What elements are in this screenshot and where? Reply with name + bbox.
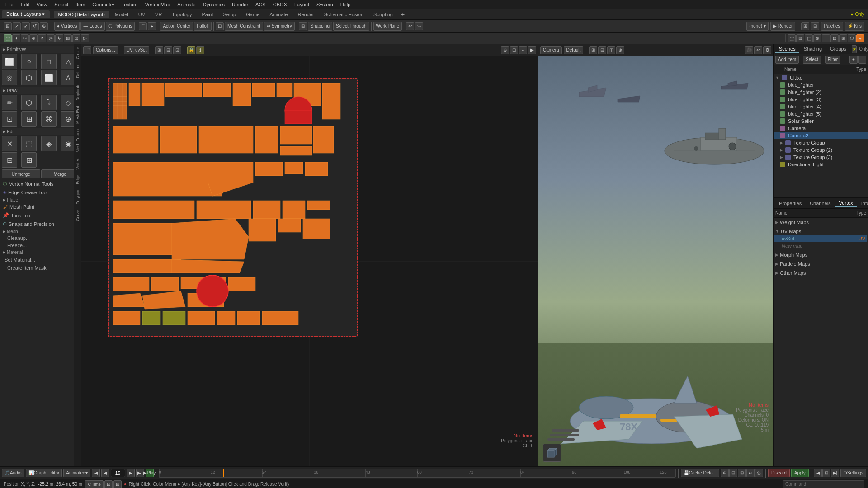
edit-split[interactable]: ⊞ [21, 152, 37, 168]
uv-icon-1[interactable]: ⬚ [83, 46, 91, 54]
audio-btn[interactable]: 🎵 Audio [2, 469, 24, 477]
particle-maps-header[interactable]: ▶ Particle Maps [774, 260, 867, 267]
scene-item-fighter-1[interactable]: blue_fighter [774, 81, 868, 89]
prim-cylinder[interactable]: ⊓ [41, 54, 57, 69]
scene-item-texture-group-2[interactable]: ▶ Texture Group (2) [774, 146, 868, 154]
tab-modo-beta[interactable]: MODO (Beta Layout) [54, 11, 109, 18]
render-icon-1[interactable]: ⊞ [801, 22, 809, 30]
vp-btn-7[interactable]: ⚙ [763, 46, 771, 54]
tab-topology[interactable]: Topology [167, 11, 196, 18]
tool2-8[interactable]: ⊞ [64, 34, 72, 42]
create-item-mask-btn[interactable]: Create Item Mask [1, 264, 80, 272]
toolbar-vertices[interactable]: ● Vertices [54, 22, 80, 31]
next-frame-btn[interactable]: ▶ [127, 469, 135, 477]
mode-icon-1[interactable]: ⬚ [139, 22, 147, 30]
toolbar-action-center[interactable]: Action Center [160, 22, 193, 31]
nav-cube[interactable] [543, 444, 561, 462]
scene-icon-1[interactable]: + [849, 56, 858, 64]
prim-capsule[interactable]: ⬜ [41, 70, 57, 85]
prev-frame-btn[interactable]: ◀ [101, 469, 109, 477]
edit-join[interactable]: ⊟ [2, 152, 17, 168]
menu-cbox[interactable]: CBOX [269, 1, 291, 8]
scenes-tab-groups[interactable]: Groups [826, 46, 850, 53]
menu-select[interactable]: Select [51, 1, 72, 8]
tab-default-layouts[interactable]: Default Layouts ▾ [2, 10, 50, 18]
uv-zoom-2[interactable]: ⊡ [510, 46, 518, 54]
scene-icon-2[interactable]: - [858, 56, 866, 64]
pb-icon-3[interactable]: ▶| [831, 469, 839, 477]
prim-disc[interactable]: ⬡ [21, 70, 37, 85]
menu-file[interactable]: File [2, 1, 17, 8]
toolbar-icon-1[interactable]: ⊞ [4, 22, 12, 30]
vtab-vertex[interactable]: Vertex [75, 155, 81, 173]
tool2-5[interactable]: ↺ [38, 34, 46, 42]
time-marker[interactable] [223, 469, 224, 477]
freeze-btn[interactable]: Freeze... [1, 242, 80, 249]
animated-btn[interactable]: Animated ▾ [63, 469, 90, 477]
camera-btn[interactable]: Camera [540, 46, 562, 54]
snaps-precision-tool[interactable]: ⊕ Snaps and Precision [1, 220, 80, 228]
vp-btn-4[interactable]: ⊕ [616, 46, 624, 54]
draw-2[interactable]: ⊡ [2, 111, 17, 127]
menu-vertex-map[interactable]: Vertex Map [142, 1, 174, 8]
toolbar-edges[interactable]: — Edges [80, 22, 104, 31]
status-icon-2[interactable]: ⊞ [113, 480, 122, 488]
tab-animate[interactable]: Animate [265, 11, 292, 18]
scenes-tab-scenes[interactable]: Scenes [775, 46, 799, 53]
scenes-tab-shading[interactable]: Shading [800, 46, 826, 53]
pb-icon-2[interactable]: ⊟ [822, 469, 830, 477]
vp-btn-3[interactable]: ◫ [607, 46, 615, 54]
menu-help[interactable]: Help [337, 1, 354, 8]
right-tool-1[interactable]: ⬚ [788, 34, 796, 42]
tab-uv[interactable]: UV [134, 11, 150, 18]
scene-item-fighter-5[interactable]: blue_fighter (5) [774, 110, 868, 117]
scene-item-solar-sailer[interactable]: Solar Sailer [774, 117, 868, 125]
tool2-4[interactable]: ⊕ [29, 34, 38, 42]
uv-viewport[interactable]: 12 0.5 1002 1011 1012 1002 [81, 56, 538, 466]
tack-tool[interactable]: 📌 Tack Tool [1, 211, 80, 220]
add-item-btn[interactable]: Add Item [775, 56, 799, 64]
pb-icon-1[interactable]: |◀ [814, 469, 822, 477]
vp-btn-6[interactable]: ↩ [754, 46, 762, 54]
draw-brush[interactable]: ⬡ [21, 95, 37, 110]
select-btn[interactable]: Select [803, 56, 821, 64]
prop-tab-vertex[interactable]: Vertex [835, 200, 857, 207]
vtab-mesh-edit[interactable]: Mesh Edit [75, 103, 81, 127]
set-material-btn[interactable]: Set Material... [3, 256, 77, 263]
tool2-6[interactable]: ◎ [47, 34, 55, 42]
vtab-deform[interactable]: Deform [75, 62, 81, 81]
draw-4[interactable]: ⌘ [41, 111, 57, 127]
prim-cube[interactable]: ⬜ [2, 54, 17, 69]
edit-header[interactable]: ▶ Edit [1, 128, 80, 135]
tl-icon-4[interactable]: ↩ [746, 469, 755, 477]
morph-maps-header[interactable]: ▶ Morph Maps [774, 251, 867, 258]
tool2-10[interactable]: ▷ [81, 34, 89, 42]
3d-viewport[interactable]: 78X [538, 56, 773, 466]
render-icon-2[interactable]: ⊟ [811, 22, 819, 30]
time-icon[interactable]: ⏱ Time [85, 480, 104, 488]
toolbar-none-select[interactable]: (none) ▾ [746, 22, 769, 31]
draw-curve[interactable]: ⤵ [41, 95, 57, 110]
tb-icon-b[interactable]: ↪ [415, 22, 423, 30]
right-tool-6[interactable]: ⊡ [830, 34, 839, 42]
edge-crease-tool[interactable]: ◈ Edge Crease Tool [1, 188, 80, 197]
uv-options[interactable]: Options... [93, 46, 118, 54]
draw-pen[interactable]: ✏ [2, 95, 17, 110]
scene-item-texture-group-1[interactable]: ▶ Texture Group [774, 139, 868, 146]
menu-edit[interactable]: Edit [17, 1, 33, 8]
toolbar-kits[interactable]: ⚡ Kits [845, 22, 864, 31]
primitives-header[interactable]: ▶ Primitives [1, 46, 80, 53]
right-tool-5[interactable]: ↑ [822, 34, 830, 42]
scene-item-fighter-3[interactable]: blue_fighter (3) [774, 96, 868, 103]
prim-sphere[interactable]: ○ [21, 54, 37, 69]
edit-select[interactable]: ◈ [41, 136, 57, 151]
vtab-curve[interactable]: Curve [75, 207, 81, 224]
toolbar-icon-4[interactable]: ↺ [31, 22, 39, 30]
discard-btn[interactable]: Discard [768, 469, 790, 477]
menu-texture[interactable]: Texture [118, 1, 142, 8]
toolbar-icon-5[interactable]: ⊕ [40, 22, 48, 30]
uv-btn-5[interactable]: ℹ [196, 46, 204, 54]
toolbar-palettes[interactable]: Palettes [821, 22, 843, 31]
toolbar-symmetry[interactable]: ⇔ Symmetry [264, 22, 295, 31]
toolbar-work-plane[interactable]: Work Plane [373, 22, 402, 31]
